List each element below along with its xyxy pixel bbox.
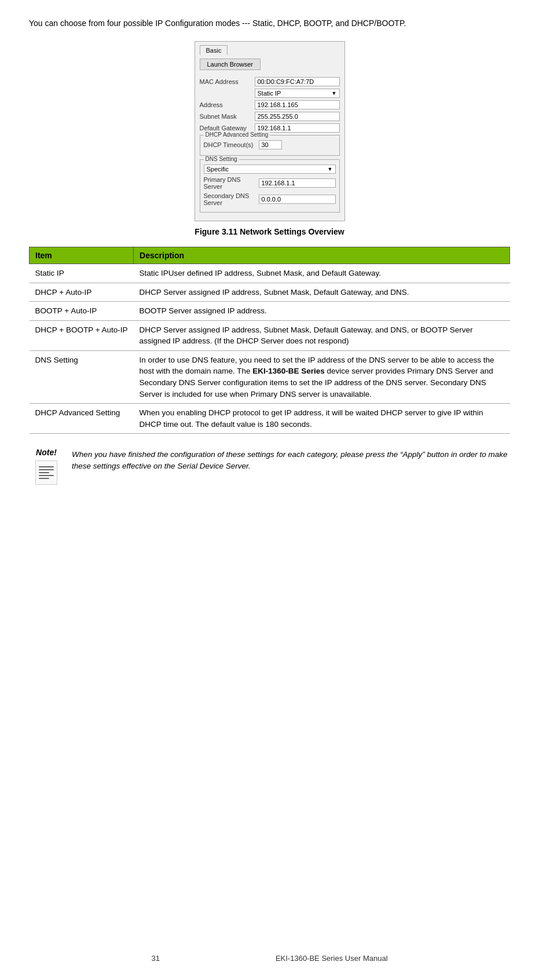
table-cell-item: DHCP + Auto-IP <box>30 283 134 302</box>
table-cell-description: Static IPUser defined IP address, Subnet… <box>134 264 510 283</box>
dhcp-group-label: DHCP Advanced Setting <box>204 131 270 138</box>
product-name: EKI-1360-BE Series User Manual <box>276 954 388 963</box>
intro-paragraph: You can choose from four possible IP Con… <box>29 17 510 30</box>
table-row: DHCP + Auto-IPDHCP Server assigned IP ad… <box>30 283 510 302</box>
network-settings-screenshot: Basic Launch Browser MAC Address 00:D0:C… <box>195 41 345 221</box>
primary-dns-label: Primary DNS Server <box>204 176 259 190</box>
table-row: DHCP Advanced SettingWhen you enabling D… <box>30 404 510 434</box>
figure-caption: Figure 3.11 Network Settings Overview <box>195 227 344 236</box>
address-value: 192.168.1.165 <box>255 100 340 109</box>
secondary-dns-label: Secondary DNS Server <box>204 192 259 206</box>
mac-address-row: MAC Address 00:D0:C9:FC:A7:7D <box>200 77 340 86</box>
address-row: Address 192.168.1.165 <box>200 100 340 109</box>
note-line-4 <box>39 475 54 476</box>
dhcp-timeout-label: DHCP Timeout(s) <box>204 141 259 148</box>
dns-mode-arrow: ▼ <box>328 166 333 172</box>
note-line-2 <box>39 469 54 470</box>
dns-mode-select[interactable]: Specific ▼ <box>204 164 336 174</box>
table-cell-item: DHCP Advanced Setting <box>30 404 134 434</box>
primary-dns-row: Primary DNS Server 192.168.1.1 <box>204 176 336 190</box>
note-section: Note! When you have finished the configu… <box>29 448 510 485</box>
table-row: BOOTP + Auto-IPBOOTP Server assigned IP … <box>30 302 510 321</box>
note-label: Note! <box>36 448 57 457</box>
dns-mode-value: Specific <box>207 166 229 173</box>
mac-value: 00:D0:C9:FC:A7:7D <box>255 77 340 86</box>
gateway-label: Default Gateway <box>200 125 255 131</box>
col-description: Description <box>134 247 510 264</box>
secondary-dns-value: 0.0.0.0 <box>259 195 336 204</box>
dhcp-advanced-group: DHCP Advanced Setting DHCP Timeout(s) 30 <box>200 135 340 156</box>
mac-label: MAC Address <box>200 78 255 85</box>
ip-mode-value: Static IP <box>258 90 281 97</box>
table-cell-description: DHCP Server assigned IP address, Subnet … <box>134 283 510 302</box>
table-cell-item: BOOTP + Auto-IP <box>30 302 134 321</box>
primary-dns-value: 192.168.1.1 <box>259 178 336 188</box>
note-line-1 <box>39 466 54 467</box>
settings-table: Item Description Static IPStatic IPUser … <box>29 247 510 434</box>
ip-mode-arrow: ▼ <box>332 90 337 96</box>
table-row: Static IPStatic IPUser defined IP addres… <box>30 264 510 283</box>
table-cell-description: BOOTP Server assigned IP address. <box>134 302 510 321</box>
address-label: Address <box>200 101 255 108</box>
col-item: Item <box>30 247 134 264</box>
basic-tab: Basic <box>200 45 228 55</box>
note-icon <box>35 460 57 485</box>
dns-setting-group: DNS Setting Specific ▼ Primary DNS Serve… <box>200 159 340 213</box>
ip-mode-row: Static IP ▼ <box>200 89 340 98</box>
page-footer: 31 EKI-1360-BE Series User Manual <box>0 954 539 963</box>
dhcp-timeout-row: DHCP Timeout(s) 30 <box>204 140 336 149</box>
table-cell-item: DNS Setting <box>30 350 134 403</box>
launch-browser-button[interactable]: Launch Browser <box>200 58 261 70</box>
secondary-dns-row: Secondary DNS Server 0.0.0.0 <box>204 192 336 206</box>
dns-mode-row: Specific ▼ <box>204 164 336 174</box>
table-header-row: Item Description <box>30 247 510 264</box>
subnet-label: Subnet Mask <box>200 113 255 120</box>
table-cell-description: In order to use DNS feature, you need to… <box>134 350 510 403</box>
dhcp-group-content: DHCP Timeout(s) 30 <box>204 140 336 149</box>
table-cell-item: Static IP <box>30 264 134 283</box>
dns-group-label: DNS Setting <box>204 156 239 162</box>
dhcp-timeout-value: 30 <box>259 140 282 149</box>
dns-group-content: Specific ▼ Primary DNS Server 192.168.1.… <box>204 164 336 206</box>
page-number: 31 <box>151 954 159 963</box>
note-line-5 <box>39 478 49 479</box>
table-cell-description: DHCP Server assigned IP address, Subnet … <box>134 320 510 350</box>
subnet-row: Subnet Mask 255.255.255.0 <box>200 112 340 121</box>
note-text: When you have finished the configuration… <box>72 448 510 473</box>
note-line-3 <box>39 472 49 473</box>
table-row: DNS SettingIn order to use DNS feature, … <box>30 350 510 403</box>
figure-container: Basic Launch Browser MAC Address 00:D0:C… <box>29 41 510 236</box>
table-cell-description: When you enabling DHCP protocol to get I… <box>134 404 510 434</box>
table-cell-item: DHCP + BOOTP + Auto-IP <box>30 320 134 350</box>
note-label-col: Note! <box>29 448 64 485</box>
note-icon-lines <box>39 466 54 479</box>
subnet-value: 255.255.255.0 <box>255 112 340 121</box>
table-row: DHCP + BOOTP + Auto-IPDHCP Server assign… <box>30 320 510 350</box>
ip-mode-select[interactable]: Static IP ▼ <box>255 89 340 98</box>
tab-bar: Basic <box>200 45 340 55</box>
